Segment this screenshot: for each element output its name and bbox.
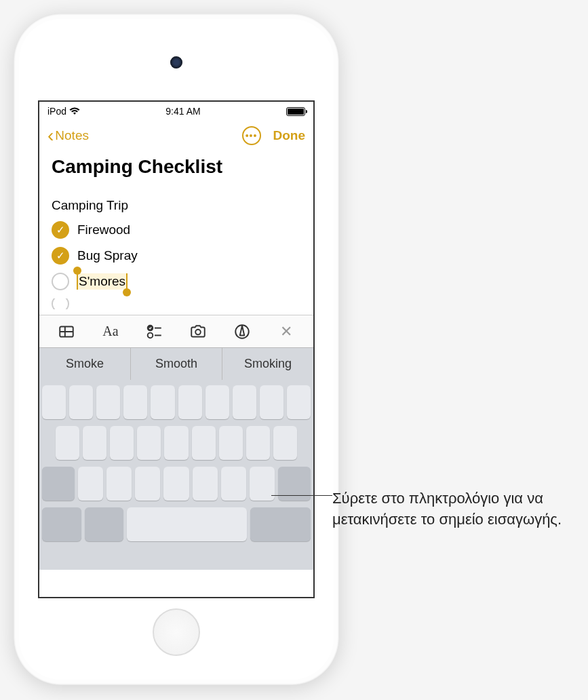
nav-bar: ‹ Notes ••• Done bbox=[39, 121, 313, 151]
svg-point-7 bbox=[196, 329, 201, 334]
selection-handle-start[interactable] bbox=[73, 267, 81, 275]
suggestion[interactable]: Smoke bbox=[39, 348, 131, 380]
selected-text[interactable]: S'mores bbox=[77, 273, 127, 290]
device-frame: iPod 9:41 AM ‹ Notes bbox=[14, 14, 339, 685]
key-blank[interactable] bbox=[164, 426, 188, 460]
suggestion[interactable]: Smoking bbox=[222, 348, 313, 380]
item-label[interactable]: Firewood bbox=[77, 222, 130, 237]
status-left: iPod bbox=[47, 106, 80, 117]
text-format-button[interactable]: Aa bbox=[98, 321, 123, 343]
item-label: S'mores bbox=[79, 274, 125, 288]
key-blank[interactable] bbox=[42, 385, 66, 419]
key-shift[interactable] bbox=[42, 467, 75, 501]
key-blank[interactable] bbox=[56, 426, 79, 460]
home-button[interactable] bbox=[153, 608, 200, 656]
back-label: Notes bbox=[55, 128, 89, 143]
key-blank[interactable] bbox=[205, 385, 229, 419]
checkbox-checked-icon[interactable]: ✓ bbox=[52, 221, 69, 239]
key-blank[interactable] bbox=[287, 385, 311, 419]
checklist-item[interactable]: ✓ Bug Spray bbox=[52, 247, 301, 265]
key-row bbox=[42, 385, 311, 419]
key-blank[interactable] bbox=[178, 385, 202, 419]
battery-icon bbox=[286, 107, 305, 116]
key-blank[interactable] bbox=[246, 426, 270, 460]
status-right bbox=[286, 107, 305, 116]
format-toolbar: Aa bbox=[39, 315, 313, 347]
time-label: 9:41 AM bbox=[165, 106, 200, 117]
key-row bbox=[42, 426, 311, 460]
checkbox-unchecked-icon bbox=[52, 298, 69, 309]
svg-point-5 bbox=[147, 332, 153, 338]
key-blank[interactable] bbox=[192, 426, 216, 460]
done-button[interactable]: Done bbox=[273, 128, 306, 143]
key-return[interactable] bbox=[250, 507, 311, 541]
format-icon: Aa bbox=[102, 324, 118, 339]
key-row bbox=[42, 467, 311, 501]
selection-handle-end[interactable] bbox=[123, 288, 131, 296]
key-blank[interactable] bbox=[219, 426, 243, 460]
device-camera bbox=[170, 56, 182, 69]
keyboard-trackpad[interactable] bbox=[39, 380, 313, 570]
key-blank[interactable] bbox=[233, 385, 256, 419]
key-blank[interactable] bbox=[137, 426, 161, 460]
key-blank[interactable] bbox=[123, 385, 147, 419]
carrier-label: iPod bbox=[47, 106, 66, 117]
chevron-left-icon: ‹ bbox=[47, 126, 54, 145]
checklist-item[interactable]: S'mores bbox=[52, 273, 301, 290]
checklist-item[interactable]: ✓ Firewood bbox=[52, 221, 301, 239]
screen: iPod 9:41 AM ‹ Notes bbox=[38, 100, 315, 598]
close-icon: ✕ bbox=[280, 323, 292, 341]
ellipsis-icon: ••• bbox=[246, 130, 258, 141]
markup-icon bbox=[233, 323, 251, 341]
callout: Σύρετε στο πληκτρολόγιο για να μετακινήσ… bbox=[332, 488, 570, 530]
item-label[interactable]: Bug Spray bbox=[77, 248, 138, 263]
nav-right: ••• Done bbox=[242, 126, 306, 145]
key-blank[interactable] bbox=[151, 385, 174, 419]
callout-line bbox=[271, 495, 332, 496]
note-title[interactable]: Camping Checklist bbox=[52, 156, 301, 178]
key-blank[interactable] bbox=[78, 467, 103, 501]
checklist-button[interactable] bbox=[142, 321, 168, 343]
key-blank[interactable] bbox=[221, 467, 246, 501]
more-button[interactable]: ••• bbox=[242, 126, 261, 145]
camera-icon bbox=[189, 323, 207, 341]
key-blank[interactable] bbox=[110, 426, 134, 460]
key-blank[interactable] bbox=[106, 467, 132, 501]
suggestion[interactable]: Smooth bbox=[131, 348, 222, 380]
markup-button[interactable] bbox=[229, 321, 255, 343]
status-bar: iPod 9:41 AM bbox=[39, 102, 313, 121]
key-space[interactable] bbox=[127, 507, 247, 541]
callout-text: Σύρετε στο πληκτρολόγιο για να μετακινήσ… bbox=[332, 488, 570, 530]
device-inner: iPod 9:41 AM ‹ Notes bbox=[19, 19, 334, 680]
key-row bbox=[42, 507, 311, 541]
back-button[interactable]: ‹ Notes bbox=[47, 126, 89, 145]
table-icon bbox=[58, 323, 75, 341]
key-blank[interactable] bbox=[273, 426, 297, 460]
key-blank[interactable] bbox=[193, 467, 218, 501]
device-bezel-top bbox=[19, 19, 334, 94]
key-blank[interactable] bbox=[163, 467, 189, 501]
note-content[interactable]: Camping Checklist Camping Trip ✓ Firewoo… bbox=[39, 151, 313, 315]
key-numbers[interactable] bbox=[42, 507, 81, 541]
table-button[interactable] bbox=[54, 321, 79, 343]
checkbox-checked-icon[interactable]: ✓ bbox=[52, 247, 69, 265]
camera-button[interactable] bbox=[185, 321, 211, 343]
key-blank[interactable] bbox=[96, 385, 120, 419]
checklist-icon bbox=[146, 323, 163, 341]
key-emoji[interactable] bbox=[85, 507, 124, 541]
key-blank[interactable] bbox=[69, 385, 93, 419]
key-blank[interactable] bbox=[260, 385, 283, 419]
quicktype-bar: Smoke Smooth Smoking bbox=[39, 347, 313, 380]
wifi-icon bbox=[69, 107, 80, 115]
close-toolbar-button[interactable]: ✕ bbox=[273, 321, 299, 343]
checkbox-unchecked-icon[interactable] bbox=[52, 273, 69, 290]
list-header[interactable]: Camping Trip bbox=[52, 198, 301, 213]
checklist-item-partial bbox=[52, 298, 301, 309]
key-blank[interactable] bbox=[83, 426, 106, 460]
key-blank[interactable] bbox=[135, 467, 160, 501]
